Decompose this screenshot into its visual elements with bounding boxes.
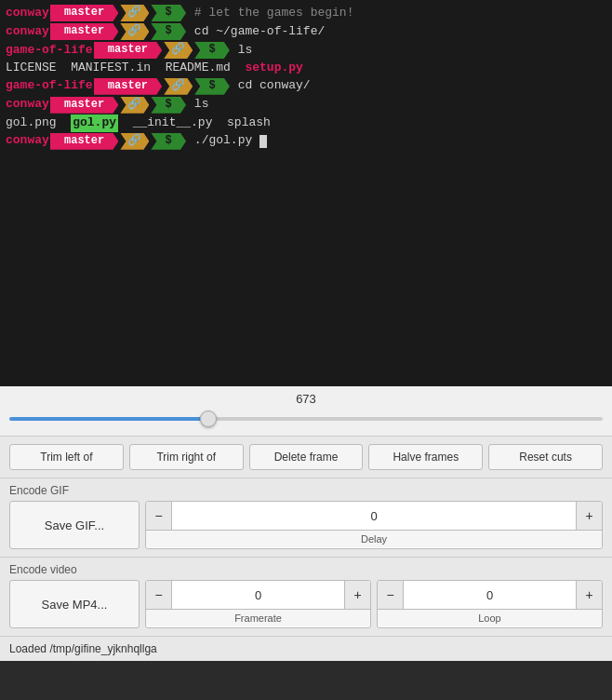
reset-cuts-button[interactable]: Reset cuts — [488, 444, 603, 470]
encode-video-section: Encode video Save MP4... − 0 + Framerate… — [0, 557, 612, 636]
comment: # let the games begin! — [187, 5, 353, 22]
loop-decrement-button[interactable]: − — [378, 581, 404, 609]
badge-master: master — [94, 42, 163, 59]
spinner-top-loop: − 0 + — [378, 581, 602, 609]
slider-section: 673 — [0, 386, 612, 437]
delay-label: Delay — [146, 530, 602, 547]
term-line-7: gol.png gol.py __init__.py splash — [6, 114, 606, 132]
command: cd ~/game-of-life/ — [187, 23, 325, 41]
loop-spinner: − 0 + Loop — [377, 580, 603, 628]
badge-dollar: $ — [194, 78, 230, 95]
badge-link: 🔗 — [164, 42, 193, 59]
controls-panel: 673 Trim left of Trim right of Delete fr… — [0, 386, 612, 661]
status-text: Loaded /tmp/gifine_yjknhqllga — [9, 642, 157, 655]
badge-master: master — [50, 23, 119, 40]
save-gif-button[interactable]: Save GIF... — [9, 501, 140, 549]
slider-track — [9, 410, 603, 428]
dir-label: game-of-life — [6, 42, 93, 60]
term-line-5: game-of-life master 🔗 $ cd conway/ — [6, 77, 606, 96]
ls-item: gol.png — [6, 114, 71, 132]
cursor — [259, 135, 267, 148]
delay-decrement-button[interactable]: − — [146, 502, 172, 530]
ls-item: __init__.py splash — [118, 114, 271, 132]
badge-master: master — [50, 97, 119, 114]
delay-spinner: − 0 + Delay — [145, 501, 603, 549]
ls-item-special: setup.py — [245, 60, 302, 77]
badge-dollar: $ — [151, 133, 186, 150]
dir-label: conway — [6, 96, 49, 114]
delay-increment-button[interactable]: + — [576, 502, 602, 530]
framerate-increment-button[interactable]: + — [344, 581, 370, 609]
spinner-top: − 0 + — [146, 502, 602, 530]
badge-master: master — [50, 133, 119, 150]
loop-label: Loop — [378, 609, 602, 626]
frame-slider[interactable] — [9, 417, 603, 421]
framerate-spinner: − 0 + Framerate — [145, 580, 371, 628]
badge-dollar: $ — [151, 23, 186, 40]
term-line-2: conway master 🔗 $ cd ~/game-of-life/ — [6, 22, 606, 41]
dir-label: game-of-life — [6, 77, 93, 95]
halve-frames-button[interactable]: Halve frames — [368, 444, 483, 470]
badge-link: 🔗 — [120, 23, 149, 40]
trim-right-button[interactable]: Trim right of — [129, 444, 244, 470]
encode-gif-label: Encode GIF — [9, 484, 603, 497]
badge-link: 🔗 — [120, 133, 149, 150]
badge-master: master — [94, 78, 163, 95]
badge-link: 🔗 — [120, 5, 149, 21]
badge-dollar: $ — [151, 97, 186, 114]
encode-video-row: Save MP4... − 0 + Framerate − 0 + Loop — [9, 580, 603, 628]
status-bar: Loaded /tmp/gifine_yjknhqllga — [0, 636, 612, 661]
ls-item-highlight: gol.py — [71, 114, 118, 132]
encode-gif-row: Save GIF... − 0 + Delay — [9, 501, 603, 549]
terminal: conway master 🔗 $ # let the games begin!… — [0, 0, 612, 386]
badge-dollar: $ — [194, 42, 230, 59]
delay-value: 0 — [172, 509, 576, 523]
command: cd conway/ — [231, 77, 311, 95]
dir-label: conway — [6, 5, 49, 22]
delete-frame-button[interactable]: Delete frame — [249, 444, 364, 470]
badge-dollar: $ — [151, 5, 186, 21]
buttons-row: Trim left of Trim right of Delete frame … — [0, 437, 612, 478]
spinner-top-framerate: − 0 + — [146, 581, 370, 609]
framerate-label: Framerate — [146, 609, 370, 626]
term-line-1: conway master 🔗 $ # let the games begin! — [6, 4, 606, 22]
encode-gif-section: Encode GIF Save GIF... − 0 + Delay — [0, 478, 612, 557]
frame-number: 673 — [9, 392, 603, 406]
framerate-value: 0 — [172, 588, 344, 602]
dir-label: conway — [6, 23, 49, 41]
badge-master: master — [50, 5, 119, 21]
term-line-6: conway master 🔗 $ ls — [6, 96, 606, 114]
command: ls — [187, 96, 208, 114]
dir-label: conway — [6, 132, 49, 150]
trim-left-button[interactable]: Trim left of — [9, 444, 124, 470]
badge-link: 🔗 — [120, 97, 149, 114]
framerate-decrement-button[interactable]: − — [146, 581, 172, 609]
save-mp4-button[interactable]: Save MP4... — [9, 580, 140, 628]
term-line-8: conway master 🔗 $ ./gol.py — [6, 132, 606, 151]
ls-item: LICENSE MANIFEST.in README.md — [6, 60, 245, 77]
term-line-3: game-of-life master 🔗 $ ls — [6, 41, 606, 60]
loop-value: 0 — [404, 588, 576, 602]
badge-link: 🔗 — [164, 78, 193, 95]
command: ./gol.py — [187, 132, 259, 150]
loop-increment-button[interactable]: + — [576, 581, 602, 609]
term-line-4: LICENSE MANIFEST.in README.md setup.py — [6, 60, 606, 77]
command: ls — [231, 42, 252, 60]
encode-video-label: Encode video — [9, 563, 603, 576]
